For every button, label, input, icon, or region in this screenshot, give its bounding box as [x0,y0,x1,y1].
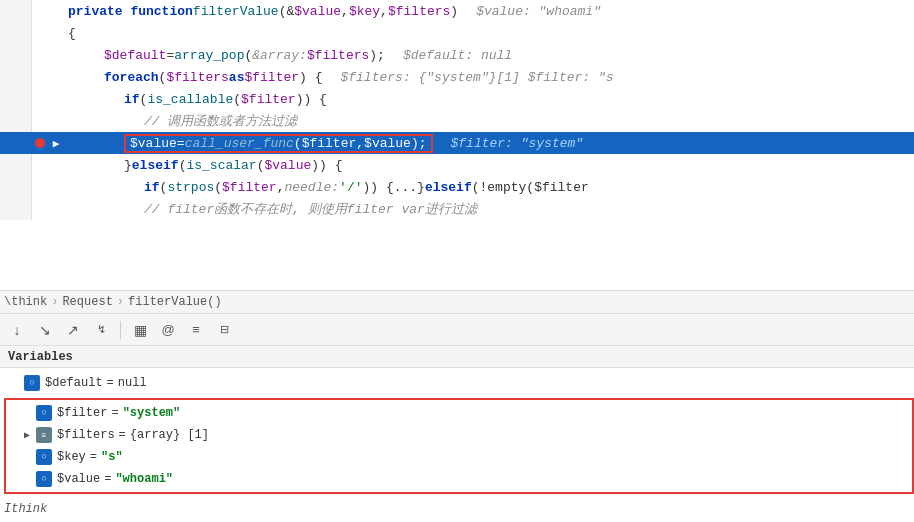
params-comma: , [341,4,349,19]
expand-default [8,376,22,390]
fn-is-callable: is_callable [147,92,233,107]
evaluate-button[interactable]: ▦ [129,319,151,341]
code-line-6: // 调用函数或者方法过滤 [0,110,914,132]
var-item-key[interactable]: ○ $key = "s" [12,446,906,468]
array-pop-fn: array_pop [174,48,244,63]
var-value-assign: $value [130,136,177,151]
line1-hint: $value: "whoami" [476,4,601,19]
line-content-2: { [64,26,76,41]
elseif-open: ( [179,158,187,173]
breadcrumb-bar: \think › Request › filterValue() [0,290,914,314]
breakpoint-area-5[interactable] [32,88,48,110]
kw-elseif: elseif [132,158,179,173]
var-eq-default: = [107,376,114,390]
code-line-9: if ( strpos ( $filter , needle: '/' )) {… [0,176,914,198]
step-into-button[interactable]: ↘ [34,319,56,341]
exec-arrow-1 [48,0,64,22]
breadcrumb-part-2[interactable]: Request [62,295,112,309]
line-number-3 [0,44,32,66]
frames-button[interactable]: ⊟ [213,319,235,341]
var-eq-filters: = [119,428,126,442]
exec-arrow-4 [48,66,64,88]
breakpoint-area-10[interactable] [32,198,48,220]
var-value2: $value [264,158,311,173]
breakpoint-dot-7 [35,138,45,148]
kw-foreach: foreach [104,70,159,85]
param-key: $key [349,4,380,19]
breakpoint-area-7[interactable] [32,132,48,154]
var-eq-value: = [104,472,111,486]
breakpoint-area-8[interactable] [32,154,48,176]
code-line-7: ▶ $value = call_user_func ( $filter , $v… [0,132,914,154]
params-comma2: , [380,4,388,19]
strpos-open: ( [214,180,222,195]
line-content-8: } elseif ( is_scalar ( $value )) { [64,158,343,173]
var-item-filter[interactable]: ○ $filter = "system" [12,402,906,424]
step-over-button[interactable]: ↓ [6,319,28,341]
line-number-7 [0,132,32,154]
hint-array: &array: [252,48,307,63]
var-val-filter: "system" [123,406,181,420]
kw-if: if [124,92,140,107]
line-number-4 [0,66,32,88]
line-content-10: // filter函数不存在时, 则使用filter var进行过滤 [64,200,477,218]
line-content-6: // 调用函数或者方法过滤 [64,112,297,130]
highlighted-box: $value = call_user_func ( $filter , $val… [124,134,433,153]
var-item-ithink: Ithink [0,498,914,520]
breakpoint-area-4[interactable] [32,66,48,88]
var-val-default: null [118,376,147,390]
if-open: ( [140,92,148,107]
var-item-value[interactable]: ○ $value = "whoami" [12,468,906,490]
variables-list: ○ $default = null ○ $filter = "system" ▶ [0,368,914,522]
watch-button[interactable]: @ [157,319,179,341]
strpos-rest: )) {...} [362,180,424,195]
code-line-2: { [0,22,914,44]
toolbar-separator-1 [120,321,121,339]
var-icon-filter: ○ [36,405,52,421]
paren-open: ( [244,48,252,63]
var-val-value: "whoami" [115,472,173,486]
line-content-9: if ( strpos ( $filter , needle: '/' )) {… [64,180,589,195]
breadcrumb-part-3[interactable]: filterValue() [128,295,222,309]
var-filters2: $filters [166,70,228,85]
line-number-1 [0,0,32,22]
line-content-3: $default = array_pop ( &array: $filters … [64,48,512,63]
breakpoint-area-1[interactable] [32,0,48,22]
line-content-7: $value = call_user_func ( $filter , $val… [64,134,583,153]
exec-arrow-9 [48,176,64,198]
cuf-comma: , [356,136,364,151]
fn-paren-open: ( [233,92,241,107]
var-filter: $filter [244,70,299,85]
breakpoint-area-2[interactable] [32,22,48,44]
str-slash: '/' [339,180,362,195]
step-out-button[interactable]: ↗ [62,319,84,341]
func-name: filterValue [193,4,279,19]
var-item-filters[interactable]: ▶ ≡ $filters = {array} [1] [12,424,906,446]
var-val-key: "s" [101,450,123,464]
kw-elseif2: elseif [425,180,472,195]
variables-header: Variables [0,346,914,368]
breakpoint-area-9[interactable] [32,176,48,198]
exec-arrow-10 [48,198,64,220]
breakpoint-area-3[interactable] [32,44,48,66]
foreach-open: ( [159,70,167,85]
keyword-private: private function [68,4,193,19]
line3-hint: $default: null [403,48,512,63]
breadcrumb-part-1[interactable]: \think [4,295,47,309]
cuf-param-filter: $filter [302,136,357,151]
param-value: $value [294,4,341,19]
paren-close: ); [369,48,385,63]
variables-outline-box: ○ $filter = "system" ▶ ≡ $filters = {arr… [4,398,914,494]
breakpoint-area-6[interactable] [32,110,48,132]
fn-is-scalar: is_scalar [186,158,256,173]
exec-arrow-3 [48,44,64,66]
code-line-1: private function filterValue (& $value ,… [0,0,914,22]
var-item-default[interactable]: ○ $default = null [0,372,914,394]
run-to-cursor-button[interactable]: ↯ [90,319,112,341]
param-filters: $filters [388,4,450,19]
foreach-close: ) { [299,70,322,85]
kw-if2: if [144,180,160,195]
exec-arrow-6 [48,110,64,132]
breakpoints-button[interactable]: ≡ [185,319,207,341]
line-number-5 [0,88,32,110]
